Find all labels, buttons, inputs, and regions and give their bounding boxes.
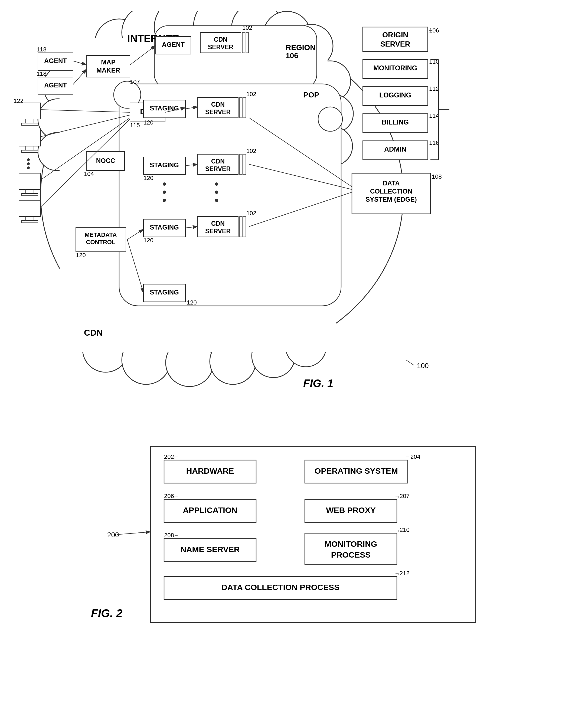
svg-text:107: 107	[130, 79, 140, 85]
svg-point-25	[318, 107, 342, 131]
svg-point-11	[310, 61, 351, 102]
svg-rect-80	[239, 216, 242, 237]
svg-text:204: 204	[411, 454, 420, 460]
svg-text:112: 112	[429, 85, 439, 92]
svg-text:OPERATING SYSTEM: OPERATING SYSTEM	[315, 466, 398, 475]
svg-text:106: 106	[429, 27, 439, 34]
svg-text:100: 100	[417, 362, 428, 370]
svg-line-138	[41, 115, 130, 137]
svg-rect-34	[130, 103, 165, 122]
svg-point-14	[83, 326, 129, 372]
svg-text:STAGING: STAGING	[150, 104, 179, 112]
svg-text:FIG. 1: FIG. 1	[303, 377, 333, 389]
svg-text:DNS: DNS	[140, 108, 155, 116]
svg-rect-132	[22, 193, 38, 196]
svg-line-54	[73, 61, 87, 65]
svg-rect-65	[197, 154, 238, 174]
svg-rect-87	[144, 284, 185, 302]
svg-rect-22	[154, 26, 317, 88]
svg-text:ORIGIN: ORIGIN	[382, 31, 408, 39]
svg-text:SERVER: SERVER	[380, 40, 411, 48]
svg-text:COLLECTION: COLLECTION	[370, 188, 412, 195]
svg-text:CDN: CDN	[84, 328, 103, 338]
svg-rect-37	[87, 56, 130, 77]
svg-text:AGENT: AGENT	[44, 82, 67, 89]
svg-rect-31	[87, 152, 125, 170]
svg-rect-59	[243, 98, 246, 118]
svg-text:SERVER: SERVER	[205, 108, 231, 115]
svg-rect-85	[144, 219, 185, 237]
svg-text:120: 120	[144, 237, 153, 244]
svg-text:APPLICATION: APPLICATION	[183, 506, 237, 514]
svg-point-24	[114, 81, 141, 108]
svg-text:SYSTEM (EDGE): SYSTEM (EDGE)	[365, 196, 417, 203]
svg-line-56	[130, 45, 156, 65]
svg-line-144	[185, 227, 197, 228]
svg-rect-57	[197, 98, 238, 118]
svg-point-12	[315, 95, 353, 133]
svg-text:AGENT: AGENT	[162, 41, 185, 48]
svg-point-76	[163, 183, 166, 186]
svg-text:REGION: REGION	[286, 43, 315, 52]
svg-point-4	[193, 11, 250, 54]
svg-text:CONTROL: CONTROL	[86, 239, 115, 246]
svg-text:DATA: DATA	[382, 180, 400, 187]
svg-rect-48	[38, 53, 73, 70]
svg-text:212: 212	[400, 570, 410, 576]
svg-rect-116	[352, 173, 430, 214]
svg-text:ADMIN: ADMIN	[384, 145, 406, 153]
svg-text:STAGING: STAGING	[150, 161, 179, 169]
svg-text:116: 116	[429, 140, 439, 146]
svg-rect-51	[38, 77, 73, 95]
svg-text:NOCC: NOCC	[96, 157, 115, 164]
svg-rect-23	[119, 84, 341, 306]
svg-text:BILLING: BILLING	[382, 118, 409, 126]
svg-rect-122	[26, 119, 34, 123]
svg-line-157	[406, 360, 414, 365]
svg-rect-130	[19, 173, 41, 189]
svg-text:200: 200	[107, 531, 119, 539]
svg-text:120: 120	[76, 252, 86, 258]
svg-line-55	[73, 69, 87, 84]
svg-point-8	[43, 65, 87, 108]
svg-line-142	[185, 107, 197, 109]
svg-rect-90	[76, 227, 126, 252]
svg-text:INTERNET: INTERNET	[127, 33, 179, 44]
svg-rect-121	[19, 103, 41, 119]
svg-rect-79	[197, 216, 238, 237]
svg-line-196	[117, 532, 150, 534]
svg-point-16	[166, 339, 213, 386]
svg-point-75	[215, 199, 218, 202]
svg-text:MAKER: MAKER	[97, 67, 120, 74]
svg-text:108: 108	[432, 173, 442, 180]
svg-rect-40	[156, 37, 191, 54]
svg-text:102: 102	[246, 91, 256, 98]
svg-point-74	[215, 191, 218, 194]
svg-line-148	[249, 164, 352, 189]
svg-text:STAGING: STAGING	[150, 289, 179, 296]
svg-rect-134	[26, 216, 34, 220]
svg-text:METADATA: METADATA	[85, 231, 117, 238]
svg-rect-133	[19, 200, 41, 216]
svg-point-19	[286, 326, 326, 367]
svg-text:WEB PROXY: WEB PROXY	[326, 506, 376, 514]
svg-text:102: 102	[246, 210, 256, 216]
svg-point-78	[163, 199, 166, 202]
svg-rect-66	[239, 154, 242, 174]
svg-rect-126	[22, 150, 38, 152]
svg-line-139	[41, 118, 130, 180]
svg-point-127	[27, 159, 30, 161]
svg-line-141	[165, 108, 185, 112]
svg-point-6	[263, 12, 311, 59]
svg-text:110: 110	[429, 58, 439, 65]
svg-text:115: 115	[130, 122, 140, 129]
svg-text:MONITORING: MONITORING	[324, 540, 377, 548]
svg-text:122: 122	[14, 98, 24, 104]
svg-text:102: 102	[242, 24, 252, 31]
svg-text:PROCESS: PROCESS	[331, 550, 371, 559]
svg-point-10	[38, 133, 76, 170]
svg-text:MONITORING: MONITORING	[373, 64, 417, 72]
svg-text:206: 206	[164, 492, 174, 499]
svg-text:MAP: MAP	[101, 59, 115, 66]
svg-text:SERVER: SERVER	[205, 165, 231, 172]
